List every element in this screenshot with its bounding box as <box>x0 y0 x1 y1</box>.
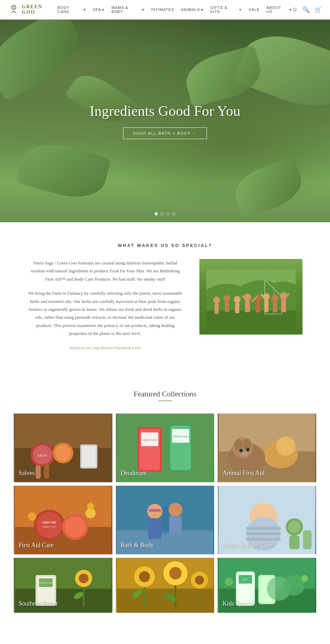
svg-rect-75 <box>169 516 182 535</box>
svg-point-32 <box>55 445 71 461</box>
svg-point-102 <box>169 567 182 579</box>
svg-rect-73 <box>148 509 161 512</box>
svg-rect-17 <box>264 300 268 312</box>
chevron-down-icon: ▾ <box>84 8 86 12</box>
navbar: GREEN GOO BODY CARE ▾ SPA ▾ MAMA & BABY … <box>0 0 330 20</box>
collection-label-salves: Salves <box>14 464 112 482</box>
hero-cta-button[interactable]: SHOP ALL BATH + BODY → <box>123 127 207 139</box>
svg-rect-34 <box>82 446 96 467</box>
special-link[interactable]: Watch us on Coop Dream's Facebook Live! <box>69 346 141 350</box>
collection-kids[interactable]: KIDS Kids Special <box>218 558 316 613</box>
svg-point-49 <box>276 437 296 456</box>
collection-deodorant[interactable]: GREEN GOO GREEN GOO Deodorant <box>116 414 214 482</box>
search-icon[interactable]: 🔍 <box>302 6 310 13</box>
nav-gifts-kits[interactable]: GIFTS & KITS ▾ <box>210 5 242 14</box>
chevron-down-icon: ▾ <box>239 8 242 12</box>
svg-rect-120 <box>229 586 230 593</box>
collection-label-bath: Bath & Body <box>116 536 214 554</box>
brand-logo[interactable]: GREEN GOO <box>8 4 57 15</box>
special-paragraph-2: We bring the Farm to Farmacy by carefull… <box>28 289 183 337</box>
svg-rect-9 <box>225 302 229 312</box>
collection-label-southern: Southern Butter <box>14 595 112 613</box>
nav-body-care[interactable]: BODY CARE ▾ <box>57 5 86 14</box>
special-heading: WHAT MAKES US SO SPECIAL? <box>118 243 212 248</box>
svg-point-56 <box>241 452 248 456</box>
special-section: WHAT MAKES US SO SPECIAL? Sierra Sage / … <box>0 222 330 372</box>
svg-point-66 <box>87 503 94 510</box>
collection-label-deodorant: Deodorant <box>116 464 214 482</box>
collection-first-aid[interactable]: FIRST AID GREEN GOO First Aid Care <box>14 486 112 554</box>
svg-rect-79 <box>246 527 281 530</box>
collection-label-animal: Animal First Aid <box>218 464 316 482</box>
svg-point-18 <box>272 295 278 302</box>
svg-point-83 <box>288 521 301 533</box>
collection-label-sunflower <box>116 602 214 613</box>
nav-actions: ☺ 🔍 🛒 <box>292 6 322 13</box>
collection-salves[interactable]: SALVE Salves <box>14 414 112 482</box>
svg-point-8 <box>223 295 230 302</box>
hero-content: Ingredients Good For You SHOP ALL BATH +… <box>90 103 241 139</box>
svg-text:GREEN GOO: GREEN GOO <box>173 435 188 438</box>
collection-southern[interactable]: GREEN GOO Southern Butter <box>14 558 112 613</box>
nav-animals[interactable]: ANIMALS ▾ <box>181 8 203 12</box>
hero-dot-1[interactable] <box>155 212 158 215</box>
hero-dot-2[interactable] <box>161 212 164 215</box>
svg-point-121 <box>301 575 308 582</box>
svg-point-105 <box>195 576 204 585</box>
svg-point-10 <box>234 296 241 303</box>
svg-rect-19 <box>273 302 277 313</box>
special-team-image <box>199 259 302 335</box>
special-text-block: Sierra Sage / Green Goo formulas are cre… <box>28 259 183 352</box>
cart-icon[interactable]: 🛒 <box>315 6 322 13</box>
nav-intimates[interactable]: INTIMATES <box>151 8 174 12</box>
nav-about-us[interactable]: ABOUT US ▾ <box>266 5 292 14</box>
hero-dot-4[interactable] <box>172 212 175 215</box>
special-paragraph-1: Sierra Sage / Green Goo formulas are cre… <box>28 259 183 283</box>
collection-mama-baby[interactable]: Mama & Baby Care <box>218 486 316 554</box>
svg-rect-4 <box>206 310 296 331</box>
collection-sunflower[interactable] <box>116 558 214 613</box>
nav-spa[interactable]: SPA ▾ <box>93 8 104 12</box>
svg-rect-13 <box>245 301 250 312</box>
collection-bath-body[interactable]: Bath & Body <box>116 486 214 554</box>
svg-rect-80 <box>246 532 281 535</box>
collection-label-mama: Mama & Baby Care <box>218 536 316 554</box>
svg-text:GREEN GOO: GREEN GOO <box>142 439 157 442</box>
svg-rect-72 <box>148 518 162 539</box>
svg-point-74 <box>168 503 182 517</box>
svg-text:GREEN GOO: GREEN GOO <box>42 526 56 528</box>
svg-point-55 <box>246 448 250 451</box>
collection-animal-first-aid[interactable]: Animal First Aid <box>218 414 316 482</box>
logo-icon <box>8 4 19 15</box>
svg-point-119 <box>225 578 233 586</box>
svg-point-60 <box>36 512 62 538</box>
nav-mama-baby[interactable]: MAMA & BABY ▾ <box>111 5 144 14</box>
collection-label-kids: Kids Special <box>218 595 316 613</box>
svg-text:SALVE: SALVE <box>37 454 47 457</box>
svg-rect-15 <box>256 302 260 313</box>
svg-point-6 <box>213 297 220 304</box>
svg-point-54 <box>240 449 243 452</box>
hero-dots <box>155 212 175 215</box>
svg-rect-11 <box>235 303 239 313</box>
chevron-down-icon: ▾ <box>201 8 204 12</box>
svg-point-93 <box>79 574 88 583</box>
brand-name: GREEN GOO <box>22 4 57 15</box>
account-icon[interactable]: ☺ <box>292 6 298 13</box>
svg-text:GREEN GOO: GREEN GOO <box>39 581 53 584</box>
featured-divider <box>158 400 172 401</box>
hero-section: Ingredients Good For You SHOP ALL BATH +… <box>0 20 330 222</box>
nav-links: BODY CARE ▾ SPA ▾ MAMA & BABY ▾ INTIMATE… <box>57 5 292 14</box>
chevron-down-icon: ▾ <box>289 8 292 12</box>
featured-section: Featured Collections SALVE Sal <box>0 372 330 630</box>
collection-grid-partial: GREEN GOO Southern Butter <box>14 558 316 613</box>
svg-text:FIRST AID: FIRST AID <box>43 521 56 524</box>
collection-grid: SALVE Salves GREEN GOO <box>14 414 316 554</box>
svg-rect-21 <box>281 300 286 312</box>
nav-sale[interactable]: SALE <box>249 8 260 12</box>
featured-title: Featured Collections <box>14 389 316 398</box>
hero-dot-3[interactable] <box>166 212 169 215</box>
svg-text:KIDS: KIDS <box>243 578 248 580</box>
chevron-down-icon: ▾ <box>102 8 104 12</box>
collection-label-firstaid: First Aid Care <box>14 536 112 554</box>
